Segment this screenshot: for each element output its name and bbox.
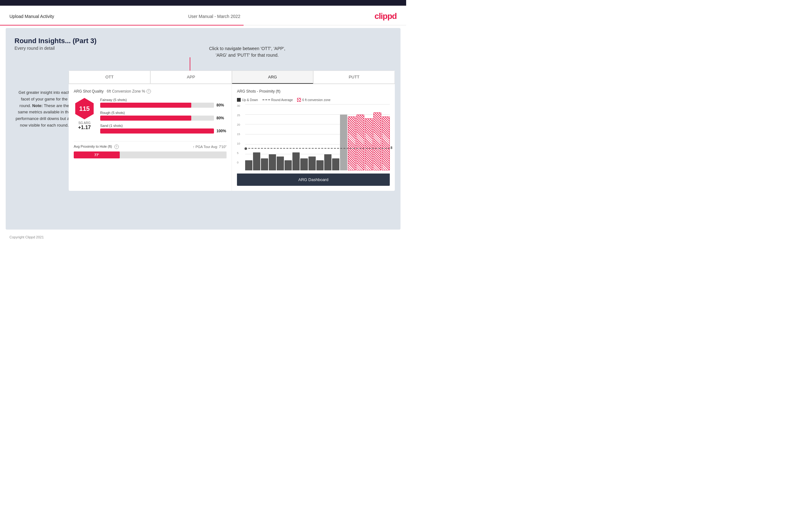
legend-conversion-label: 6 ft conversion zone [302,98,331,102]
left-panel: ARG Shot Quality 6ft Conversion Zone % ?… [69,84,232,191]
right-panel: ARG Shots - Proximity (ft) Up & Down Rou… [232,84,395,191]
fairway-pct: 80% [216,103,226,107]
header-divider [0,25,406,25]
bar-hatched-1 [348,116,356,170]
legend-round-avg: Round Average [262,98,293,102]
round-avg-line: 8 [245,148,390,149]
legend-square-icon [237,98,241,102]
sand-bar-bg [100,128,214,133]
bar-hatched-4 [373,112,381,170]
shot-row-rough: Rough (5 shots) 80% [100,111,226,121]
bar-7 [292,153,300,170]
fairway-bar-fill [100,103,191,108]
hexagon-container: 115 SG ARG +1.17 [74,98,95,130]
copyright-text: Copyright Clippd 2021 [9,235,44,239]
proximity-header: Avg Proximity to Hole (ft) ? ↑ PGA Tour … [74,145,226,149]
hexagon: 115 [74,98,95,119]
proximity-tour: ↑ PGA Tour Avg: 7'10" [193,145,226,149]
chart-title: ARG Shots - Proximity (ft) [237,89,281,94]
card: OTT APP ARG PUTT ARG Shot Quality 6ft Co… [69,70,395,191]
proximity-bar-bg: 77' [74,152,226,158]
bar-9 [308,157,316,170]
sg-label: SG ARG [79,121,91,125]
bar-3 [261,158,268,170]
legend-up-down: Up & Down [237,98,258,102]
bar-1 [245,160,252,170]
top-bar [0,0,406,6]
bar-11 [324,154,332,170]
rough-label: Rough (5 shots) [100,111,226,115]
chart-inner: 8 [245,104,390,170]
upload-manual-label: Upload Manual Activity [9,14,54,19]
y-label-20: 20 [237,123,244,126]
shot-bars: Fairway (5 shots) 80% Rough (5 shots) [100,98,226,137]
help-icon[interactable]: ? [147,89,151,94]
y-label-25: 25 [237,114,244,117]
sand-bar-fill [100,128,214,133]
y-label-0: 0 [237,161,244,164]
left-panel-header: ARG Shot Quality 6ft Conversion Zone % ? [74,89,226,94]
right-panel-header: ARG Shots - Proximity (ft) [237,89,390,94]
legend-conversion: 6 ft conversion zone [297,98,331,102]
bar-10 [316,160,323,170]
y-label-15: 15 [237,132,244,136]
round-avg-label: 8 [391,146,392,150]
legend-round-avg-label: Round Average [271,98,293,102]
y-axis: 30 25 20 15 10 5 0 [237,104,244,164]
proximity-label: Avg Proximity to Hole (ft) ? [74,145,119,149]
bar-hatched-2 [356,115,364,170]
proximity-help-icon[interactable]: ? [114,145,119,149]
tab-arg[interactable]: ARG [232,70,313,84]
chart-legend: Up & Down Round Average 6 ft conversion … [237,98,390,102]
fairway-bar-bg [100,103,214,108]
sand-label: Sand (1 shots) [100,124,226,127]
proximity-section: Avg Proximity to Hole (ft) ? ↑ PGA Tour … [74,141,226,158]
y-label-30: 30 [237,104,244,107]
rough-bar-fill [100,116,191,121]
bar-4 [269,154,276,170]
rough-bar-bg [100,116,214,121]
arg-dashboard-button[interactable]: ARG Dashboard [237,173,390,186]
fairway-label: Fairway (5 shots) [100,98,226,102]
shot-row-fairway: Fairway (5 shots) 80% [100,98,226,108]
logo: clippd [374,11,397,21]
page-title: Round Insights... (Part 3) [14,37,392,45]
y-label-5: 5 [237,152,244,155]
sand-pct: 100% [216,129,226,133]
bar-tall-1 [340,115,347,170]
tab-app[interactable]: APP [150,70,232,84]
bar-12 [332,158,339,170]
proximity-bar-fill: 77' [74,152,120,158]
bar-hatched-3 [365,118,373,170]
hex-value: 115 [79,105,90,112]
main-content: Round Insights... (Part 3) Every round i… [6,28,401,230]
conversion-zone-label: 6ft Conversion Zone % [107,89,145,94]
bar-hatched-5 [382,116,390,170]
left-description: Get greater insight into each facet of y… [15,90,73,129]
chart-container: 30 25 20 15 10 5 0 [237,104,390,170]
bars-container [245,104,390,170]
bar-8 [300,158,308,170]
footer: Copyright Clippd 2021 [0,232,406,242]
shot-row-sand: Sand (1 shots) 100% [100,124,226,133]
legend-dashed-icon [262,100,270,100]
y-label-10: 10 [237,142,244,145]
shot-quality-label: ARG Shot Quality [74,89,104,94]
legend-up-down-label: Up & Down [242,98,258,102]
card-body: ARG Shot Quality 6ft Conversion Zone % ?… [69,84,395,191]
tabs: OTT APP ARG PUTT [69,70,395,84]
manual-date-label: User Manual - March 2022 [188,14,241,19]
legend-hatched-icon [297,98,301,102]
sg-value: +1.17 [78,125,91,130]
tab-ott[interactable]: OTT [69,70,150,84]
bar-5 [277,157,284,170]
rough-pct: 80% [216,116,226,120]
header: Upload Manual Activity User Manual - Mar… [0,6,406,25]
shot-quality-row: 115 SG ARG +1.17 Fairway (5 shots) [74,98,226,137]
annotation-text: Click to navigate between 'OTT', 'APP','… [119,45,375,59]
tab-putt[interactable]: PUTT [313,70,395,84]
bar-2 [253,153,260,170]
bar-6 [285,160,292,170]
